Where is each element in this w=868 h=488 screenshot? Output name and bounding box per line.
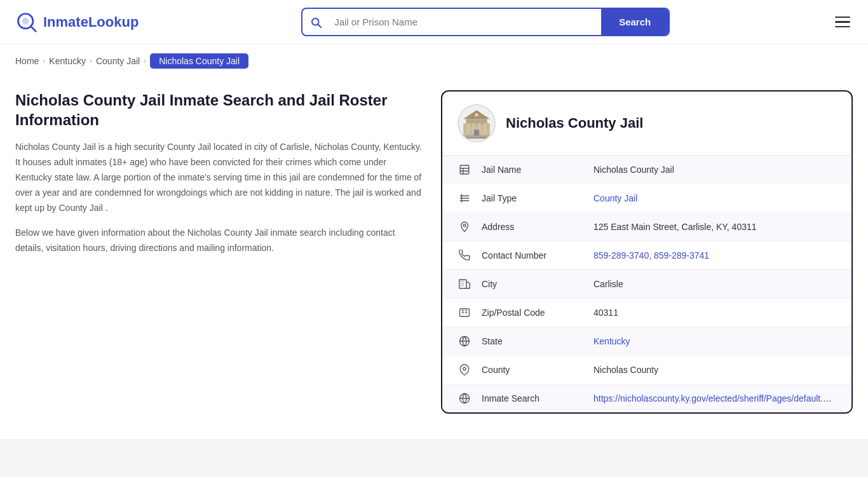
svg-rect-11 — [484, 123, 486, 134]
inmate-search-label: Inmate Search — [482, 393, 583, 403]
page-title: Nicholas County Jail Inmate Search and J… — [15, 90, 422, 130]
hamburger-line-3 — [835, 26, 850, 28]
breadcrumb-home[interactable]: Home — [15, 56, 39, 66]
info-row-zip: Zip/Postal Code 40311 — [442, 299, 851, 327]
info-row-state: State Kentucky — [442, 327, 851, 356]
breadcrumb-sep-3: › — [144, 57, 146, 65]
svg-line-4 — [318, 24, 322, 27]
info-row-city: City Carlisle — [442, 270, 851, 299]
info-table: Jail Name Nicholas County Jail Jail Type — [442, 156, 851, 412]
city-value: Carlisle — [593, 279, 836, 289]
right-column: Nicholas County Jail Jail Name — [441, 90, 853, 414]
svg-point-15 — [475, 113, 478, 116]
city-icon — [458, 278, 471, 290]
hamburger-menu[interactable] — [832, 14, 853, 30]
jail-type-label: Jail Type — [482, 193, 583, 203]
page-description-1: Nicholas County Jail is a high security … — [15, 140, 422, 215]
hamburger-line-1 — [835, 17, 850, 18]
svg-point-3 — [312, 18, 319, 25]
breadcrumb: Home › Kentucky › County Jail › Nicholas… — [0, 44, 868, 78]
info-card: Nicholas County Jail Jail Name — [441, 90, 853, 414]
hamburger-line-2 — [835, 21, 850, 23]
logo-link[interactable]: InmateLookup — [15, 11, 139, 34]
inmate-search-icon — [458, 393, 471, 404]
address-icon — [458, 221, 471, 233]
info-row-county: County Nicholas County — [442, 356, 851, 384]
jail-type-link[interactable]: County Jail — [593, 193, 637, 203]
breadcrumb-county-jail[interactable]: County Jail — [96, 56, 140, 66]
state-link[interactable]: Kentucky — [593, 336, 630, 346]
svg-rect-13 — [465, 135, 489, 137]
county-value: Nicholas County — [593, 365, 836, 375]
breadcrumb-sep-1: › — [43, 57, 45, 65]
svg-rect-14 — [463, 137, 491, 139]
jail-building-image — [459, 105, 494, 141]
county-icon — [458, 364, 471, 376]
state-label: State — [482, 336, 583, 346]
contact-link[interactable]: 859-289-3740, 859-289-3741 — [593, 250, 709, 261]
breadcrumb-current: Nicholas County Jail — [150, 53, 248, 69]
svg-point-2 — [22, 17, 29, 24]
inmate-search-link[interactable]: https://nicholascounty.ky.gov/elected/sh… — [593, 393, 835, 403]
logo-icon — [15, 11, 38, 34]
page-description-2: Below we have given information about th… — [15, 226, 422, 256]
left-column: Nicholas County Jail Inmate Search and J… — [15, 90, 422, 256]
info-row-jail-name: Jail Name Nicholas County Jail — [442, 156, 851, 184]
site-header: InmateLookup Search — [0, 0, 868, 44]
state-value: Kentucky — [593, 336, 836, 346]
svg-rect-25 — [459, 280, 466, 288]
inmate-search-value: https://nicholascounty.ky.gov/elected/sh… — [593, 393, 835, 403]
address-value: 125 East Main Street, Carlisle, KY, 4031… — [593, 222, 836, 232]
footer-spacer — [0, 439, 868, 477]
card-title: Nicholas County Jail — [506, 115, 643, 132]
svg-point-35 — [463, 367, 466, 370]
city-label: City — [482, 279, 583, 289]
search-input[interactable] — [329, 9, 601, 35]
svg-rect-32 — [460, 309, 470, 316]
info-row-inmate-search: Inmate Search https://nicholascounty.ky.… — [442, 384, 851, 412]
jail-avatar — [458, 104, 496, 142]
main-content: Nicholas County Jail Inmate Search and J… — [0, 78, 868, 439]
contact-value: 859-289-3740, 859-289-3741 — [593, 250, 836, 261]
jail-type-value: County Jail — [593, 193, 836, 203]
search-area: Search — [301, 8, 670, 36]
breadcrumb-kentucky[interactable]: Kentucky — [49, 56, 86, 66]
zip-label: Zip/Postal Code — [482, 308, 583, 318]
jail-name-icon — [458, 164, 471, 175]
svg-point-24 — [463, 224, 466, 227]
info-row-contact: Contact Number 859-289-3740, 859-289-374… — [442, 241, 851, 270]
info-row-jail-type: Jail Type County Jail — [442, 184, 851, 213]
jail-type-icon — [458, 193, 471, 204]
county-label: County — [482, 365, 583, 375]
zip-icon — [458, 307, 471, 318]
phone-icon — [458, 250, 471, 261]
breadcrumb-sep-2: › — [90, 57, 92, 65]
jail-name-label: Jail Name — [482, 165, 583, 175]
svg-line-1 — [31, 26, 36, 31]
info-row-address: Address 125 East Main Street, Carlisle, … — [442, 213, 851, 241]
search-icon-wrap — [302, 17, 329, 28]
contact-label: Contact Number — [482, 250, 583, 261]
svg-rect-16 — [460, 165, 469, 174]
state-icon — [458, 336, 471, 347]
jail-name-value: Nicholas County Jail — [593, 165, 836, 175]
zip-value: 40311 — [593, 308, 836, 318]
address-label: Address — [482, 222, 583, 232]
search-wrapper: Search — [301, 8, 670, 36]
svg-rect-8 — [467, 123, 470, 134]
card-header: Nicholas County Jail — [442, 92, 851, 156]
logo-text: InmateLookup — [43, 14, 139, 30]
search-button[interactable]: Search — [601, 9, 668, 35]
search-icon — [310, 17, 322, 28]
